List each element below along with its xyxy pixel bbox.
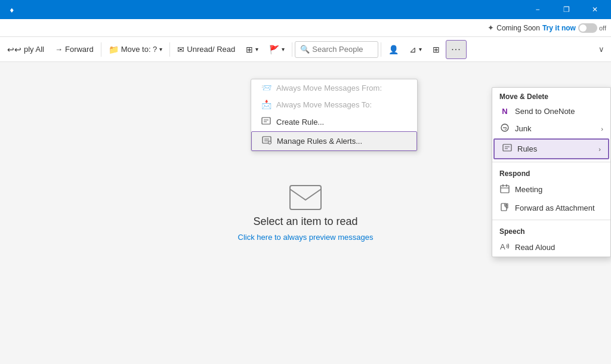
forward-button[interactable]: → Forward: [50, 40, 98, 59]
grid-icon: ⊞: [246, 45, 253, 54]
reply-all-icon: ↩↩: [7, 45, 21, 54]
person-icon: 👤: [388, 45, 399, 54]
flag-icon: 🚩: [269, 45, 279, 54]
section-label-move-delete: Move & Delete: [492, 88, 610, 103]
forward-arrow-icon: →: [55, 45, 63, 54]
unread-read-icon: ✉: [177, 45, 184, 54]
search-people-input[interactable]: [312, 45, 372, 54]
submenu-item-manage-rules[interactable]: Manage Rules & Alerts...: [251, 131, 417, 151]
toolbar-expand-button[interactable]: ∨: [594, 40, 609, 59]
always-to-icon: 📩: [261, 100, 271, 109]
empty-title: Select an item to read: [253, 215, 357, 228]
junk-icon: [499, 123, 510, 134]
move-to-button[interactable]: 📁 Move to: ? ▾: [104, 40, 168, 59]
more-icon: ···: [451, 44, 461, 55]
move-to-chevron-icon: ▾: [159, 46, 162, 53]
rules-icon: [502, 143, 513, 155]
manage-rules-label: Manage Rules & Alerts...: [277, 137, 362, 146]
reply-all-label: ply All: [24, 45, 44, 54]
dropdown-item-rules[interactable]: Rules ›: [493, 138, 609, 159]
create-rule-icon: [261, 116, 271, 128]
separator-3: [292, 42, 292, 57]
dropdown-item-onenote[interactable]: N Send to OneNote: [492, 103, 610, 119]
coming-soon-area: ✦ Coming Soon Try it now off: [487, 23, 606, 33]
toggle-label: off: [599, 24, 606, 32]
onenote-label: Send to OneNote: [515, 107, 575, 116]
app-icon: ⬧: [2, 0, 21, 19]
forward-attachment-icon: [499, 202, 510, 214]
chevron-down-icon: ∨: [598, 45, 604, 54]
divider-2: [492, 220, 610, 220]
separator-4: [381, 42, 381, 57]
preview-messages-link[interactable]: Click here to always preview messages: [238, 233, 374, 242]
submenu-item-always-to[interactable]: 📩 Always Move Messages To:: [251, 96, 417, 113]
toggle-switch[interactable]: off: [578, 23, 606, 33]
reply-all-button[interactable]: ↩↩ ply All: [2, 40, 49, 59]
toggle-thumb: [579, 24, 587, 32]
try-it-now-button[interactable]: Try it now: [542, 24, 576, 32]
section-label-respond: Respond: [492, 165, 610, 180]
manage-rules-icon: [261, 135, 272, 147]
submenu-item-always-from[interactable]: 📨 Always Move Messages From:: [251, 79, 417, 96]
separator-1: [101, 42, 101, 57]
minimize-button[interactable]: −: [524, 0, 551, 19]
always-from-label: Always Move Messages From:: [276, 84, 382, 92]
main-content: 📨 Always Move Messages From: 📩 Always Mo…: [0, 62, 611, 364]
divider-1: [492, 162, 610, 162]
junk-arrow-icon: ›: [601, 125, 603, 132]
person-button[interactable]: 👤: [384, 40, 403, 59]
move-to-icon: 📁: [109, 45, 119, 54]
notification-bar: ✦ Coming Soon Try it now off: [0, 19, 611, 37]
flag-chevron-icon: ▾: [282, 46, 285, 53]
forward-label: Forward: [65, 45, 94, 54]
title-bar: ⬧ − ❐ ✕: [0, 0, 611, 19]
dropdown-item-read-aloud[interactable]: A Read Aloud: [492, 238, 610, 257]
svg-rect-3: [290, 186, 321, 209]
create-rule-label: Create Rule...: [276, 118, 324, 127]
read-aloud-label: Read Aloud: [515, 243, 555, 252]
filter-button[interactable]: ⊿ ▾: [405, 40, 427, 59]
dropdown-menu: Move & Delete N Send to OneNote Junk ›: [492, 87, 611, 257]
submenu-item-create-rule[interactable]: Create Rule...: [251, 113, 417, 131]
always-to-label: Always Move Messages To:: [276, 100, 372, 109]
restore-button[interactable]: ❐: [553, 0, 580, 19]
onenote-icon: N: [499, 107, 510, 116]
empty-state: Select an item to read Click here to alw…: [238, 184, 374, 242]
meeting-label: Meeting: [515, 185, 542, 194]
add-column-icon: ⊞: [433, 45, 440, 54]
svg-rect-0: [262, 118, 270, 124]
rules-label: Rules: [517, 144, 537, 153]
forward-attachment-label: Forward as Attachment: [515, 203, 595, 212]
unread-read-label: Unread/ Read: [187, 45, 235, 54]
onenote-item-content: N Send to OneNote: [499, 107, 575, 116]
add-column-button[interactable]: ⊞: [428, 40, 445, 59]
forward-attachment-content: Forward as Attachment: [499, 202, 595, 214]
junk-label: Junk: [515, 124, 531, 133]
coming-soon-label: Coming Soon: [496, 24, 540, 32]
more-button[interactable]: ···: [446, 40, 466, 59]
always-from-icon: 📨: [261, 83, 271, 92]
star-icon: ✦: [487, 23, 494, 32]
filter-chevron-icon: ▾: [419, 46, 422, 53]
move-to-label: Move to: ?: [121, 45, 158, 54]
read-aloud-content: A Read Aloud: [499, 242, 555, 253]
junk-item-content: Junk: [499, 123, 531, 134]
dropdown-item-junk[interactable]: Junk ›: [492, 119, 610, 138]
dropdown-item-forward-attachment[interactable]: Forward as Attachment: [492, 199, 610, 217]
flag-button[interactable]: 🚩 ▾: [264, 40, 289, 59]
rules-arrow-icon: ›: [598, 146, 601, 153]
window-controls: − ❐ ✕: [524, 0, 609, 19]
unread-read-button[interactable]: ✉ Unread/ Read: [172, 40, 240, 59]
meeting-item-content: Meeting: [499, 184, 542, 195]
rules-submenu: 📨 Always Move Messages From: 📩 Always Mo…: [251, 79, 418, 152]
view-chevron-icon: ▾: [255, 46, 258, 53]
filter-icon: ⊿: [409, 45, 416, 54]
search-people-box[interactable]: 🔍: [295, 41, 378, 58]
read-aloud-icon: A: [499, 242, 510, 253]
dropdown-item-meeting[interactable]: Meeting: [492, 180, 610, 199]
toolbar: ↩↩ ply All → Forward 📁 Move to: ? ▾ ✉ Un…: [0, 37, 611, 62]
toggle-track: [578, 23, 597, 33]
view-button[interactable]: ⊞ ▾: [241, 40, 263, 59]
close-button[interactable]: ✕: [581, 0, 609, 19]
svg-rect-6: [501, 186, 509, 193]
